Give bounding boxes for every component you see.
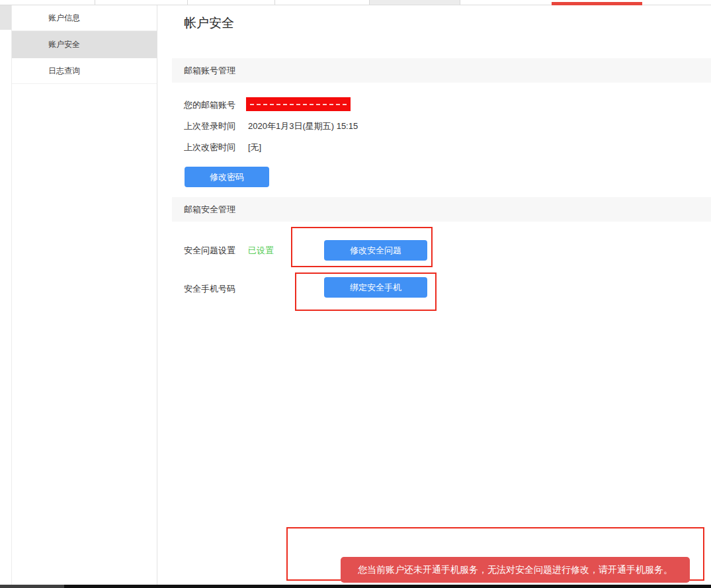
last-password-change-label: 上次改密时间	[184, 142, 235, 153]
change-password-button[interactable]: 修改密码	[185, 167, 269, 187]
section-header-mailbox-account: 邮箱账号管理	[172, 58, 711, 83]
bind-security-phone-button[interactable]: 绑定安全手机	[324, 277, 427, 298]
tab-separator	[187, 0, 188, 5]
bottom-edge-bar-left	[0, 585, 64, 588]
section-header-mailbox-security: 邮箱安全管理	[172, 197, 711, 222]
last-login-value: 2020年1月3日(星期五) 15:15	[248, 120, 358, 132]
email-redaction-box	[246, 97, 351, 111]
sidebar: 账户信息 账户安全 日志查询	[12, 5, 157, 585]
last-password-change-value: [无]	[248, 142, 261, 153]
tab-separator	[460, 0, 460, 5]
security-question-status: 已设置	[248, 245, 274, 257]
tab-highlight	[370, 0, 460, 5]
page-title: 帐户安全	[184, 15, 234, 32]
sidebar-item-log-query[interactable]: 日志查询	[12, 58, 157, 84]
email-account-label: 您的邮箱账号	[184, 99, 235, 111]
tab-separator	[95, 0, 95, 5]
sidebar-item-account-security[interactable]: 账户安全	[12, 31, 157, 58]
bottom-edge-bar-right	[64, 585, 711, 588]
tab-separator	[274, 0, 275, 5]
sidebar-item-account-info[interactable]: 账户信息	[12, 5, 157, 31]
top-tab-strip	[0, 0, 711, 5]
active-tab-underline	[552, 2, 642, 5]
change-security-question-button[interactable]: 修改安全问题	[324, 240, 427, 261]
security-question-label: 安全问题设置	[184, 245, 235, 257]
left-rail-box	[0, 5, 11, 30]
last-login-label: 上次登录时间	[184, 120, 235, 132]
toast-message: 您当前账户还未开通手机服务，无法对安全问题进行修改，请开通手机服务。	[341, 557, 690, 583]
security-phone-label: 安全手机号码	[184, 283, 235, 295]
redaction-strike-line	[250, 104, 347, 105]
